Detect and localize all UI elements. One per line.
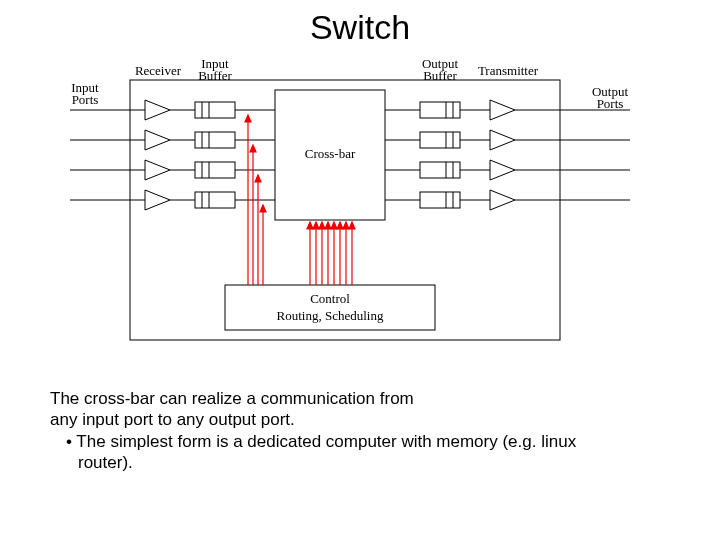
control-label-1: Control	[310, 291, 350, 306]
output-buffer-icon	[420, 102, 460, 118]
svg-rect-39	[420, 162, 460, 178]
svg-marker-53	[245, 115, 251, 122]
caption-block: The cross-bar can realize a communicatio…	[50, 388, 590, 473]
svg-marker-55	[250, 145, 256, 152]
svg-marker-50	[490, 190, 515, 210]
input-row-4	[70, 190, 275, 210]
svg-marker-63	[313, 222, 319, 229]
caption-line-1: The cross-bar can realize a communicatio…	[50, 388, 590, 409]
output-row-2	[385, 130, 630, 150]
output-ports-label: OutputPorts	[592, 84, 629, 111]
svg-marker-20	[145, 190, 170, 210]
input-ports-label: InputPorts	[71, 80, 99, 107]
switch-diagram: Receiver InputBuffer OutputBuffer Transm…	[70, 60, 630, 350]
svg-rect-22	[195, 192, 235, 208]
svg-rect-15	[195, 162, 235, 178]
output-row-1	[385, 100, 630, 120]
svg-marker-57	[255, 175, 261, 182]
output-buffer-label: OutputBuffer	[422, 60, 459, 83]
control-label-2: Routing, Scheduling	[277, 308, 384, 323]
svg-marker-43	[490, 160, 515, 180]
svg-rect-8	[195, 132, 235, 148]
svg-marker-61	[307, 222, 313, 229]
svg-marker-67	[325, 222, 331, 229]
svg-marker-71	[337, 222, 343, 229]
svg-rect-46	[420, 192, 460, 208]
input-buffer-icon	[195, 102, 235, 118]
svg-marker-36	[490, 130, 515, 150]
input-row-3	[70, 160, 275, 180]
svg-rect-32	[420, 132, 460, 148]
caption-bullet: • The simplest form is a dedicated compu…	[50, 431, 590, 474]
crossbar-label: Cross-bar	[305, 146, 356, 161]
caption-line-2: any input port to any output port.	[50, 409, 590, 430]
svg-marker-65	[319, 222, 325, 229]
transmitter-label: Transmitter	[478, 63, 539, 78]
svg-marker-13	[145, 160, 170, 180]
svg-marker-59	[260, 205, 266, 212]
svg-marker-69	[331, 222, 337, 229]
control-arrows-to-crossbar	[307, 222, 355, 285]
svg-marker-75	[349, 222, 355, 229]
receiver-label: Receiver	[135, 63, 182, 78]
page-title: Switch	[0, 8, 720, 47]
output-row-4	[385, 190, 630, 210]
input-buffer-label: InputBuffer	[198, 60, 232, 83]
input-row-2	[70, 130, 275, 150]
output-row-3	[385, 160, 630, 180]
transmitter-icon	[490, 100, 515, 120]
svg-marker-6	[145, 130, 170, 150]
receiver-icon	[145, 100, 170, 120]
input-row-1	[70, 100, 275, 120]
svg-marker-73	[343, 222, 349, 229]
